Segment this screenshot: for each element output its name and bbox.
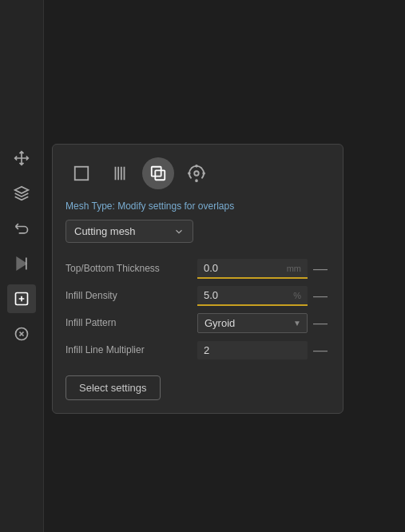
sidebar-item-support[interactable] bbox=[7, 320, 36, 348]
setting-row-infill-multiplier: Infill Line Multiplier — bbox=[66, 337, 330, 363]
input-wrap-infill-density: % bbox=[197, 286, 308, 306]
minus-infill-pattern[interactable]: — bbox=[311, 315, 330, 332]
svg-rect-10 bbox=[155, 170, 165, 180]
label-infill-pattern: Infill Pattern bbox=[66, 317, 197, 328]
unit-top-bottom: mm bbox=[287, 264, 301, 273]
input-wrap-top-bottom: mm bbox=[197, 259, 308, 279]
svg-point-12 bbox=[196, 165, 197, 167]
minus-top-bottom[interactable]: — bbox=[311, 260, 330, 277]
setting-row-infill-density: Infill Density % — bbox=[66, 283, 330, 308]
select-wrap-infill-pattern: Grid Lines Triangles Gyroid Honeycomb ▼ bbox=[197, 313, 308, 333]
svg-rect-4 bbox=[75, 167, 89, 181]
label-infill-multiplier: Infill Line Multiplier bbox=[66, 344, 197, 355]
label-infill-density: Infill Density bbox=[66, 290, 197, 301]
svg-point-11 bbox=[194, 171, 199, 176]
dropdown-value: Cutting mesh bbox=[74, 225, 136, 237]
sidebar-item-layer[interactable] bbox=[7, 179, 36, 208]
select-settings-button[interactable]: Select settings bbox=[66, 375, 161, 400]
input-infill-density[interactable] bbox=[197, 286, 308, 306]
svg-point-15 bbox=[203, 173, 204, 174]
dropdown-row: Cutting mesh bbox=[66, 220, 330, 243]
setting-row-top-bottom: Top/Bottom Thickness mm — bbox=[66, 256, 330, 281]
sidebar-item-undo[interactable] bbox=[7, 214, 36, 243]
sidebar-item-modifier[interactable] bbox=[7, 284, 36, 313]
minus-infill-multiplier[interactable]: — bbox=[311, 342, 330, 359]
mesh-type-label: Mesh Type: Modify settings for overlaps bbox=[66, 200, 330, 212]
sidebar-item-skip[interactable] bbox=[7, 249, 36, 278]
mesh-type-dropdown[interactable]: Cutting mesh bbox=[66, 220, 193, 243]
minus-infill-density[interactable]: — bbox=[311, 288, 330, 304]
icon-tabs bbox=[66, 157, 330, 189]
input-wrap-infill-multiplier bbox=[197, 341, 308, 359]
main-panel: Mesh Type: Modify settings for overlaps … bbox=[52, 144, 343, 414]
tab-overlap[interactable] bbox=[142, 157, 174, 189]
tab-modifier-settings[interactable] bbox=[181, 157, 212, 189]
svg-point-14 bbox=[189, 173, 190, 174]
unit-infill-density: % bbox=[293, 291, 301, 300]
label-top-bottom: Top/Bottom Thickness bbox=[66, 263, 197, 274]
select-infill-pattern[interactable]: Grid Lines Triangles Gyroid Honeycomb bbox=[197, 313, 308, 333]
setting-row-infill-pattern: Infill Pattern Grid Lines Triangles Gyro… bbox=[66, 310, 330, 335]
svg-rect-9 bbox=[152, 167, 161, 177]
svg-point-13 bbox=[196, 180, 197, 181]
svg-marker-0 bbox=[17, 258, 26, 270]
sidebar-item-move[interactable] bbox=[7, 144, 36, 173]
input-infill-multiplier[interactable] bbox=[197, 341, 308, 359]
tab-walls[interactable] bbox=[104, 157, 136, 189]
settings-area: Top/Bottom Thickness mm — Infill Density… bbox=[66, 256, 330, 363]
tab-geometry[interactable] bbox=[66, 157, 97, 189]
sidebar bbox=[0, 0, 44, 532]
